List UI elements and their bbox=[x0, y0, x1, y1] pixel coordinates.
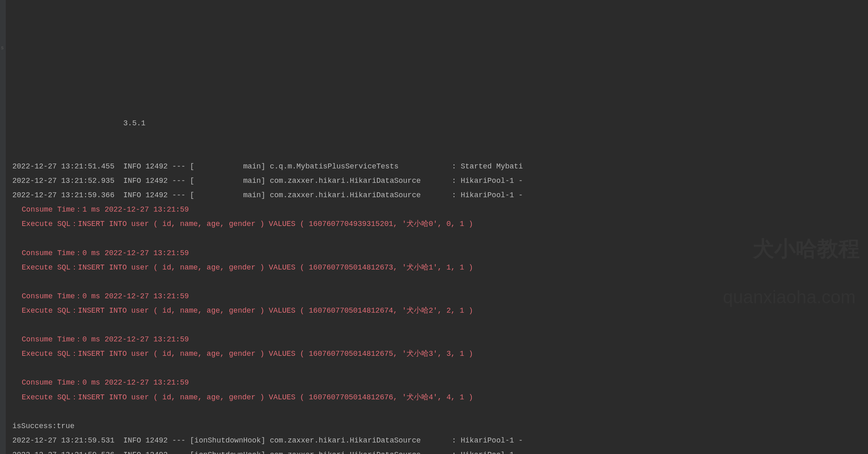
log-sql-line: Execute SQL：INSERT INTO user ( id, name,… bbox=[12, 390, 868, 405]
log-info-line: 2022-12-27 13:21:52.935 INFO 12492 --- [… bbox=[12, 174, 868, 188]
editor-gutter: s bbox=[0, 0, 6, 454]
log-blank-line bbox=[12, 318, 868, 332]
log-sql-line: Execute SQL：INSERT INTO user ( id, name,… bbox=[12, 347, 868, 361]
log-blank-line bbox=[12, 275, 868, 289]
log-info-line: 2022-12-27 13:21:59.531 INFO 12492 --- [… bbox=[12, 433, 868, 448]
log-sql-line: Consume Time：0 ms 2022-12-27 13:21:59 bbox=[12, 246, 868, 260]
log-success-line: isSuccess:true bbox=[12, 419, 868, 433]
log-blank-line bbox=[12, 232, 868, 246]
log-info-line: 2022-12-27 13:21:51.455 INFO 12492 --- [… bbox=[12, 159, 868, 174]
log-sql-line: Consume Time：1 ms 2022-12-27 13:21:59 bbox=[12, 203, 868, 217]
log-sql-line: Execute SQL：INSERT INTO user ( id, name,… bbox=[12, 260, 868, 275]
log-blank-line bbox=[12, 361, 868, 376]
console-output[interactable]: 3.5.1 2022-12-27 13:21:51.455 INFO 12492… bbox=[0, 87, 868, 454]
log-blank-line bbox=[12, 405, 868, 419]
log-sql-line: Consume Time：0 ms 2022-12-27 13:21:59 bbox=[12, 289, 868, 304]
log-sql-line: Execute SQL：INSERT INTO user ( id, name,… bbox=[12, 217, 868, 231]
version-line: 3.5.1 bbox=[12, 116, 868, 131]
log-info-line: 2022-12-27 13:21:59.536 INFO 12492 --- [… bbox=[12, 448, 868, 454]
log-info-line: 2022-12-27 13:21:59.366 INFO 12492 --- [… bbox=[12, 188, 868, 203]
log-sql-line: Execute SQL：INSERT INTO user ( id, name,… bbox=[12, 304, 868, 318]
log-sql-line: Consume Time：0 ms 2022-12-27 13:21:59 bbox=[12, 332, 868, 347]
gutter-char: s bbox=[0, 29, 6, 53]
log-sql-line: Consume Time：0 ms 2022-12-27 13:21:59 bbox=[12, 376, 868, 390]
